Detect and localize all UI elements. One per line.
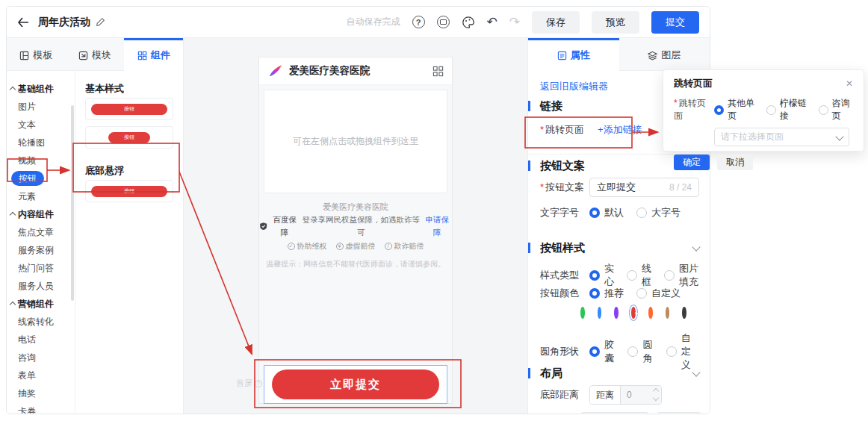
radio-lemon-link[interactable]	[766, 105, 776, 115]
category-item-button-active[interactable]: 按钮	[7, 169, 75, 187]
collapse-caret-icon	[10, 302, 16, 308]
preview-button[interactable]: 预览	[592, 11, 639, 34]
redo-icon[interactable]: ↷	[509, 16, 520, 28]
save-button[interactable]: 保存	[532, 11, 580, 34]
chevron-down-icon[interactable]	[692, 368, 700, 376]
tab-module[interactable]: 模块	[66, 38, 125, 71]
corner-shape-label: 圆角形状	[540, 345, 589, 358]
bottom-distance-stepper[interactable]: 距离 0	[589, 385, 662, 405]
category-item-qa[interactable]: 热门问答	[7, 259, 75, 277]
confirm-button[interactable]: 确定	[674, 155, 710, 170]
submit-button[interactable]: 提交	[651, 11, 699, 34]
radio-color-recommended[interactable]	[589, 288, 600, 299]
cancel-button[interactable]: 取消	[717, 155, 753, 170]
swatch-orange[interactable]	[648, 307, 653, 319]
component-panel: 模板 模块 组件 基础组件 图片 文	[7, 38, 184, 414]
theme-palette-icon[interactable]	[462, 16, 475, 29]
category-item-coupon[interactable]: 卡券	[7, 402, 75, 414]
back-icon[interactable]	[17, 17, 29, 28]
category-item-element[interactable]: 元素	[7, 187, 75, 205]
section-button-text-title: 按钮文案	[540, 159, 585, 173]
swatch-blue[interactable]	[598, 307, 602, 319]
edit-title-icon[interactable]	[96, 17, 105, 27]
back-to-old-editor-link[interactable]: 返回旧版编辑器	[540, 80, 608, 93]
category-scrollbar[interactable]	[71, 105, 74, 301]
char-counter: 8 / 24	[669, 182, 692, 193]
layers-icon	[648, 51, 657, 60]
category-item-lead[interactable]: 线索转化	[7, 313, 75, 331]
tab-component[interactable]: 组件	[124, 38, 183, 71]
category-header-marketing[interactable]: 营销组件	[7, 295, 75, 313]
site-title: 爱美医疗美容医院	[289, 64, 370, 78]
category-item-staff[interactable]: 服务人员	[7, 277, 75, 295]
radio-corner-rounded[interactable]	[627, 346, 638, 357]
help-icon[interactable]: ?	[412, 16, 425, 28]
category-list: 基础组件 图片 文本 轮播图 视频 按钮 元素 内容组件 焦点文章 服务案例 热…	[7, 71, 75, 414]
stepper-arrows-icon[interactable]	[654, 389, 658, 400]
category-header-content[interactable]: 内容组件	[7, 205, 75, 223]
category-item-form[interactable]: 表单	[7, 367, 75, 384]
font-size-label: 文字字号	[540, 206, 589, 219]
category-item-case[interactable]: 服务案例	[7, 241, 75, 259]
jump-page-dialog: 跳转页面 ✕ 跳转页面 其他单页 柠檬链接 咨询页 请下拉选择页面 确定 取消	[663, 69, 864, 152]
page-select-dropdown[interactable]: 请下拉选择页面	[714, 128, 849, 146]
button-style-sample-2[interactable]: 按钮	[85, 126, 173, 149]
radio-consult-page[interactable]	[819, 105, 828, 115]
component-drop-zone[interactable]: 可在左侧点击或拖拽组件到这里	[264, 90, 447, 193]
button-text-input[interactable]: 立即提交 8 / 24	[589, 178, 699, 197]
footer-site-name: 爱美医疗美容医院	[259, 201, 452, 213]
right-tabs: 属性 图层	[528, 38, 710, 71]
bottom-float-button-selection[interactable]: 立即提交	[264, 365, 447, 404]
category-item-text[interactable]: 文本	[7, 116, 75, 134]
guarantee-text: 登录享网民权益保障，如遇欺诈等可	[302, 213, 420, 239]
add-link-button[interactable]: +添加链接	[598, 123, 642, 137]
button-style-sample-1[interactable]: 按钮	[85, 98, 173, 120]
tab-layers[interactable]: 图层	[619, 38, 710, 71]
keyboard-shortcut-icon[interactable]	[437, 16, 450, 28]
canvas-area: 爱美医疗美容医院 可在左侧点击或拖拽组件到这里 爱美医疗美容医院	[184, 38, 527, 414]
category-item-image[interactable]: 图片	[7, 98, 75, 116]
tab-properties[interactable]: 属性	[528, 38, 619, 71]
section-layout-title: 布局	[540, 367, 562, 381]
radio-style-image-fill[interactable]	[664, 270, 675, 281]
menu-grid-icon[interactable]	[433, 66, 444, 77]
swatch-tan[interactable]	[666, 307, 670, 319]
section-button-style-title: 按钮样式	[540, 241, 585, 255]
swatch-purple[interactable]	[614, 307, 619, 319]
category-item-article[interactable]: 焦点文章	[7, 223, 75, 241]
radio-font-default[interactable]	[589, 208, 600, 218]
radio-style-outline[interactable]	[627, 270, 637, 281]
cta-submit-button[interactable]: 立即提交	[272, 370, 439, 399]
category-header-basic[interactable]: 基础组件	[7, 80, 75, 98]
category-item-video[interactable]: 视频	[7, 152, 75, 169]
bottom-distance-label: 底部距离	[540, 388, 589, 402]
button-text-label: 按钮文案	[540, 181, 589, 194]
category-item-phone[interactable]: 电话	[7, 331, 75, 349]
dialog-title: 跳转页面	[674, 77, 713, 90]
swatch-black[interactable]	[682, 307, 686, 319]
apply-guarantee-link[interactable]: 申请保障	[422, 213, 452, 239]
close-icon[interactable]: ✕	[846, 78, 853, 89]
undo-icon[interactable]: ↶	[487, 16, 497, 28]
fold-help-icon[interactable]: ?	[255, 380, 262, 387]
category-item-lottery[interactable]: 抽奖	[7, 384, 75, 402]
category-item-carousel[interactable]: 轮播图	[7, 134, 75, 152]
button-style-sample-bottom-float[interactable]: 按钮	[85, 180, 173, 202]
chevron-down-icon[interactable]	[692, 243, 700, 251]
collapse-caret-icon	[10, 212, 16, 218]
dialog-jump-page-label: 跳转页面	[674, 97, 714, 122]
radio-corner-capsule[interactable]	[589, 346, 600, 357]
radio-color-custom[interactable]	[636, 288, 647, 299]
phone-footer: 爱美医疗美容医院 百度保障 登录享网民权益保障，如遇欺诈等可 申请保障 ✓协助维…	[259, 198, 452, 270]
clipped-input-left	[580, 412, 649, 414]
category-item-consult[interactable]: 咨询	[7, 349, 75, 367]
tab-template[interactable]: 模板	[7, 38, 66, 71]
left-tabs: 模板 模块 组件	[7, 38, 183, 71]
swatch-red-selected[interactable]	[631, 307, 636, 319]
radio-corner-custom[interactable]	[666, 346, 677, 357]
phone-header: 爱美医疗美容医院	[259, 57, 452, 85]
swatch-green[interactable]	[580, 307, 585, 319]
radio-font-large[interactable]	[636, 208, 647, 218]
radio-other-page[interactable]	[714, 105, 724, 115]
radio-style-solid[interactable]	[589, 270, 600, 281]
